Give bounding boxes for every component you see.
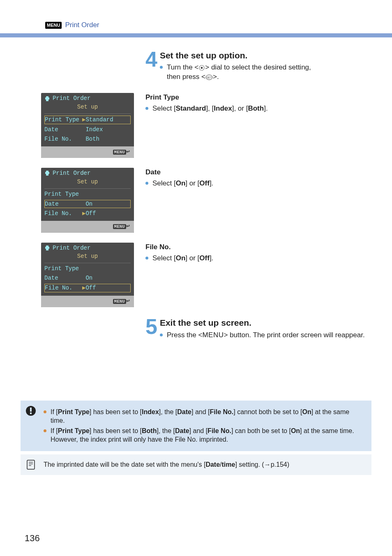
step-5: 5 Exit the set up screen. Press the <MEN…: [25, 317, 367, 341]
lcd-footer: MENU↩: [41, 296, 134, 307]
tip-text: The imprinted date will be the date set …: [44, 461, 289, 468]
print-icon: [44, 246, 50, 250]
print-type-row: Print Order Set up Print Type ▶Standard …: [25, 93, 367, 158]
header-rule: [0, 33, 392, 37]
page-number: 136: [25, 532, 40, 544]
note-1-text: If [Print Type] has been set to [Index],…: [51, 408, 365, 425]
lcd-val-off: ▶Off: [82, 210, 131, 218]
file-no-row: Print Order Set up Print Type Date On Fi…: [25, 243, 367, 308]
step-number-4: 4: [145, 50, 157, 69]
set-button-icon: SET: [205, 74, 213, 80]
print-type-text: Select [Standard], [Index], or [Both].: [152, 104, 268, 114]
svg-rect-6: [30, 412, 32, 414]
bullet-icon: [44, 429, 46, 432]
menu-icon: MENU: [45, 22, 62, 29]
print-icon: [44, 171, 50, 176]
note-2-text: If [Print Type] has been set to [Both], …: [51, 426, 365, 444]
svg-rect-5: [30, 408, 32, 412]
lcd-label-fileno: File No.: [44, 210, 82, 218]
lcd-file-no: Print Order Set up Print Type Date On Fi…: [41, 243, 134, 308]
lcd-label-printtype: Print Type: [44, 265, 82, 273]
bullet-icon: [160, 334, 163, 336]
note-icon: [25, 459, 36, 470]
step-4: 4 Set the set up option. Turn the <> dia…: [25, 50, 367, 83]
lcd-label-date: Date: [44, 126, 82, 134]
step-4-text: Turn the <> dial to select the desired s…: [167, 63, 311, 82]
lcd-footer: MENU↩: [41, 221, 134, 232]
lcd-setup: Set up: [41, 102, 134, 113]
lcd-setup: Set up: [41, 252, 134, 262]
lcd-print-type: Print Order Set up Print Type ▶Standard …: [41, 93, 134, 158]
section-file-no: File No.: [145, 243, 367, 252]
step-4-heading: Set the set up option.: [145, 50, 367, 61]
lcd-label-date: Date: [44, 274, 82, 282]
lcd-label-printtype: Print Type: [44, 190, 82, 198]
svg-rect-7: [27, 460, 35, 469]
page-title: Print Order: [65, 21, 99, 30]
svg-point-1: [201, 67, 203, 69]
svg-text:SET: SET: [207, 76, 212, 79]
warning-note: If [Print Type] has been set to [Index],…: [21, 401, 371, 451]
lcd-title: Print Order: [53, 95, 90, 102]
lcd-footer: MENU↩: [41, 146, 134, 158]
section-date: Date: [145, 168, 367, 177]
lcd-val-off2: ▶Off: [82, 284, 131, 292]
step-number-5: 5: [145, 317, 157, 336]
print-icon: [44, 96, 50, 101]
lcd-val-standard: ▶Standard: [82, 116, 131, 124]
bullet-icon: [145, 182, 148, 185]
bullet-icon: [160, 66, 163, 69]
lcd-label-date: Date: [44, 200, 82, 208]
page-header: MENU Print Order: [45, 21, 367, 30]
file-no-text: Select [On] or [Off].: [152, 254, 213, 263]
lcd-label-fileno: File No.: [44, 284, 82, 292]
caution-icon: [25, 405, 36, 416]
bullet-icon: [145, 257, 148, 259]
lcd-val-on: On: [82, 200, 131, 208]
lcd-val-both: Both: [82, 135, 131, 143]
lcd-date: Print Order Set up Print Type Date On Fi…: [41, 168, 134, 233]
date-text: Select [On] or [Off].: [152, 179, 213, 188]
info-note: The imprinted date will be the date set …: [21, 454, 371, 475]
step-5-heading: Exit the set up screen.: [145, 317, 367, 329]
lcd-label-printtype: Print Type: [44, 116, 82, 124]
lcd-title: Print Order: [53, 244, 90, 252]
lcd-val-on2: On: [82, 274, 131, 282]
lcd-setup: Set up: [41, 177, 134, 188]
lcd-title: Print Order: [53, 169, 90, 177]
lcd-label-fileno: File No.: [44, 135, 82, 143]
bullet-icon: [145, 107, 148, 110]
lcd-val-index: Index: [82, 126, 131, 134]
date-row: Print Order Set up Print Type Date On Fi…: [25, 168, 367, 233]
dial-icon: [198, 65, 205, 71]
step-5-text: Press the <MENU> button. The print order…: [167, 331, 365, 340]
section-print-type: Print Type: [145, 93, 367, 102]
bullet-icon: [44, 410, 46, 413]
